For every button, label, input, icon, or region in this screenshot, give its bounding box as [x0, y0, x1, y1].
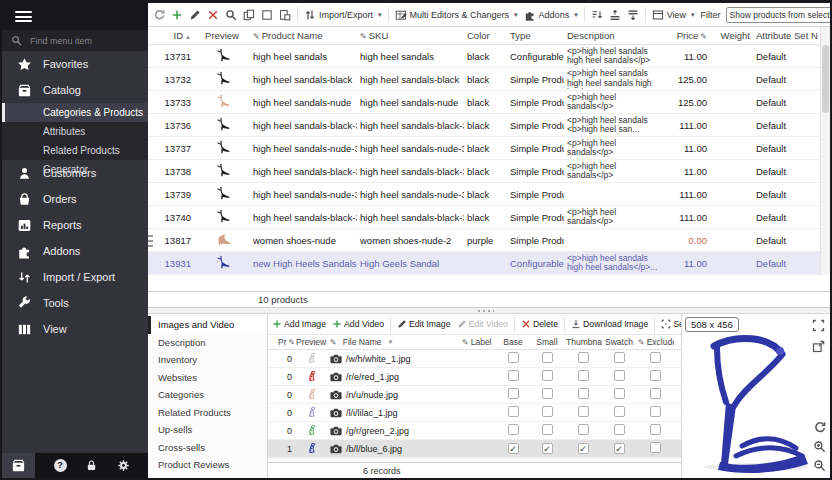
sidebar-splitter[interactable] [148, 235, 153, 249]
lock-icon[interactable] [85, 459, 98, 472]
hamburger-menu-icon[interactable] [15, 9, 32, 25]
add-product-button[interactable] [169, 8, 185, 22]
column-header-id[interactable]: ID [157, 30, 194, 41]
sidebar-item-related-products-generator[interactable]: Related Products Generator [2, 141, 148, 160]
image-row[interactable]: 0 /r/e/red_1.jpg [268, 368, 681, 386]
table-row[interactable]: 13732 high heel sandals-black high heel … [148, 68, 830, 91]
tab-description[interactable]: Description [148, 334, 267, 352]
image-row[interactable]: 0 /l/i/lilac_1.jpg [268, 404, 681, 422]
sidebar-item-attributes[interactable]: Attributes [2, 122, 148, 141]
table-row-selected[interactable]: 13931 new High Heels Sandals High Geels … [148, 252, 830, 275]
column-header-file-name[interactable]: File Name [328, 337, 460, 347]
checkbox-small[interactable] [530, 406, 564, 419]
checkbox-thumbnail[interactable]: ✓ [564, 443, 602, 454]
sidebar-item-reports[interactable]: Reports [2, 212, 148, 238]
table-row[interactable]: 13817 women shoes-nude women shoes-nude-… [148, 229, 830, 252]
column-header-description[interactable]: Description [564, 30, 661, 41]
select-button[interactable] [259, 8, 275, 22]
checkbox-exclude[interactable] [636, 406, 674, 419]
add-image-button[interactable]: Add Image [270, 318, 328, 330]
help-icon[interactable] [54, 459, 67, 472]
refresh-button[interactable] [151, 8, 167, 22]
sidebar-item-categories-products[interactable]: Categories & Products [2, 103, 148, 122]
table-row[interactable]: 13740 high heel sandals-black-38 high he… [148, 206, 830, 229]
tab-up-sells[interactable]: Up-sells [148, 421, 267, 439]
sidebar-item-addons[interactable]: Addons [2, 238, 148, 264]
column-header-preview[interactable]: Preview [194, 30, 250, 41]
set-resize-rule-button[interactable]: Set Resize Rule [659, 318, 681, 330]
column-header-attribute-set[interactable]: Attribute Set Name [753, 30, 818, 41]
checkbox-base[interactable] [496, 406, 530, 419]
checkbox-exclude[interactable] [636, 352, 674, 365]
checkbox-small[interactable] [530, 370, 564, 383]
column-header-label[interactable]: Label [460, 337, 496, 347]
checkbox-swatch[interactable]: ✓ [602, 443, 636, 454]
checkbox-thumbnail[interactable] [564, 388, 602, 401]
checkbox-thumbnail[interactable] [564, 352, 602, 365]
tab-inventory[interactable]: Inventory [148, 351, 267, 369]
sidebar-item-customers[interactable]: Customers [2, 160, 148, 186]
zoom-out-icon[interactable] [813, 459, 826, 472]
checkbox-swatch[interactable] [602, 424, 636, 437]
checkbox-base[interactable] [496, 352, 530, 365]
sidebar-item-view[interactable]: View [2, 316, 148, 342]
copy-button[interactable] [241, 8, 257, 22]
rotate-icon[interactable] [813, 421, 826, 434]
tab-categories[interactable]: Categories [148, 386, 267, 404]
checkbox-small[interactable] [530, 388, 564, 401]
menu-search-input[interactable] [28, 35, 128, 47]
sidebar-item-catalog[interactable]: Catalog [2, 77, 148, 103]
sidebar-item-tools[interactable]: Tools [2, 290, 148, 316]
edit-video-button[interactable]: Edit Video [455, 318, 510, 330]
column-header-small[interactable]: Small [530, 337, 564, 347]
collapse-rows-button[interactable] [625, 8, 641, 22]
tab-related-products[interactable]: Related Products [148, 404, 267, 422]
import-export-button[interactable]: Import/Export [302, 8, 384, 22]
column-header-swatch[interactable]: Swatch [602, 337, 636, 347]
edit-image-button[interactable]: Edit Image [395, 318, 453, 330]
checkbox-small[interactable] [530, 424, 564, 437]
column-header-base[interactable]: Base [496, 337, 530, 347]
checkbox-swatch[interactable] [602, 370, 636, 383]
tab-websites[interactable]: Websites [148, 369, 267, 387]
checkbox-exclude[interactable] [636, 388, 674, 401]
open-external-icon[interactable] [812, 340, 825, 353]
column-header-product-name[interactable]: Product Name [250, 30, 357, 41]
delete-image-button[interactable]: Delete [519, 318, 560, 330]
column-header-price[interactable]: Price [661, 30, 710, 41]
expand-rows-button[interactable] [607, 8, 623, 22]
checkbox-swatch[interactable] [602, 352, 636, 365]
zoom-in-icon[interactable] [813, 440, 826, 453]
delete-product-button[interactable] [205, 8, 221, 22]
scrollbar-thumb[interactable] [822, 45, 829, 113]
checkbox-swatch[interactable] [602, 406, 636, 419]
view-button[interactable]: View [650, 8, 697, 22]
checkbox-small[interactable]: ✓ [530, 443, 564, 454]
column-header-weight[interactable]: Weight [710, 30, 753, 41]
checkbox-exclude[interactable] [636, 370, 674, 383]
table-row[interactable]: 13736 high heel sandals-black-36 high he… [148, 114, 830, 137]
column-header-preview[interactable]: Preview [294, 337, 328, 347]
column-header-sku[interactable]: SKU [357, 30, 464, 41]
column-header-color[interactable]: Color [464, 30, 507, 41]
addons-button[interactable]: Addons [522, 8, 580, 22]
edit-product-button[interactable] [187, 8, 203, 22]
checkbox-base[interactable] [496, 388, 530, 401]
add-video-button[interactable]: Add Video [330, 318, 386, 330]
multi-editors-button[interactable]: Multi Editors & Changers [393, 8, 520, 22]
gear-icon[interactable] [117, 459, 130, 472]
table-row[interactable]: 13731 high heel sandals high heel sandal… [148, 45, 830, 68]
image-row-selected[interactable]: 1 /b/l/blue_6.jpg ✓ ✓ ✓ ✓ [268, 440, 681, 458]
image-row[interactable]: 0 /w/h/white_1.jpg [268, 350, 681, 368]
table-row[interactable]: 13738 high heel sandals-black-37 high he… [148, 160, 830, 183]
table-row[interactable]: 13733 high heel sandals-nude high heel s… [148, 91, 830, 114]
checkbox-exclude[interactable] [636, 442, 674, 455]
vertical-scrollbar[interactable] [820, 27, 830, 275]
image-row[interactable]: 0 /g/r/green_2.jpg [268, 422, 681, 440]
column-header-type[interactable]: Type [507, 30, 564, 41]
filter-select[interactable]: Show products from selected categories [726, 7, 832, 23]
tab-images-and-video[interactable]: Images and Video [148, 316, 267, 334]
tab-product-reviews[interactable]: Product Reviews [148, 456, 267, 474]
paste-special-button[interactable] [277, 8, 293, 22]
image-row[interactable]: 0 /n/u/nude.jpg [268, 386, 681, 404]
